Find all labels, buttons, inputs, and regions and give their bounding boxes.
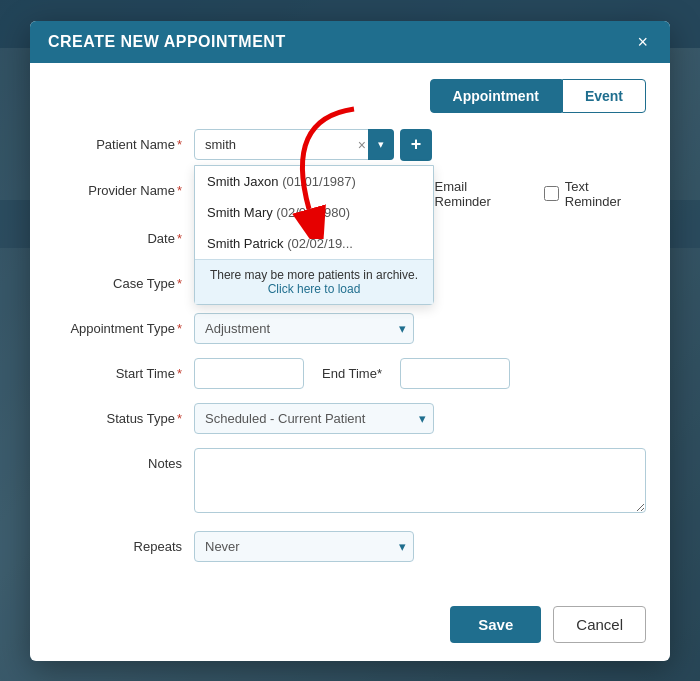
- patient-name-row: Patient Name* × ▾ + Smith Jax: [54, 129, 646, 161]
- modal-overlay: CREATE NEW APPOINTMENT × Appointment Eve…: [0, 0, 700, 681]
- start-time-input[interactable]: 08:30 AM: [194, 358, 304, 389]
- patient-dropdown-button[interactable]: ▾: [368, 129, 394, 160]
- tab-appointment[interactable]: Appointment: [430, 79, 562, 113]
- appointment-type-select-wrap: Adjustment ▾: [194, 313, 414, 344]
- patient-input-group: × ▾ +: [194, 129, 646, 161]
- text-reminder-checkbox[interactable]: [544, 186, 559, 201]
- patient-name-label: Patient Name*: [54, 129, 194, 152]
- status-type-control: Scheduled - Current Patient ▾: [194, 403, 646, 434]
- patient-option-0[interactable]: Smith Jaxon (01/01/1987): [195, 166, 433, 197]
- patient-dob-1: (02/01/1980): [276, 205, 350, 220]
- repeats-select[interactable]: Never: [194, 531, 414, 562]
- close-button[interactable]: ×: [633, 33, 652, 51]
- tab-row: Appointment Event: [54, 79, 646, 113]
- provider-name-label: Provider Name*: [54, 175, 194, 198]
- patient-name-1: Smith Mary: [207, 205, 276, 220]
- case-type-label: Case Type*: [54, 268, 194, 291]
- notes-textarea[interactable]: [194, 448, 646, 513]
- patient-name-2: Smith Patrick: [207, 236, 287, 251]
- text-reminder-label: Text Reminder: [544, 179, 646, 209]
- appointment-type-row: Appointment Type* Adjustment ▾: [54, 313, 646, 344]
- patient-dropdown-list: Smith Jaxon (01/01/1987) Smith Mary (02/…: [194, 165, 434, 305]
- status-type-row: Status Type* Scheduled - Current Patient…: [54, 403, 646, 434]
- patient-option-1[interactable]: Smith Mary (02/01/1980): [195, 197, 433, 228]
- patient-search-container: × ▾: [194, 129, 394, 160]
- modal-title: CREATE NEW APPOINTMENT: [48, 33, 286, 51]
- add-patient-button[interactable]: +: [400, 129, 432, 161]
- dropdown-archive-notice: There may be more patients in archive. C…: [195, 259, 433, 304]
- reminder-options: Email Reminder Text Reminder: [414, 179, 646, 209]
- date-label: Date*: [54, 223, 194, 246]
- modal-body: Appointment Event Patient Name* × ▾ +: [30, 63, 670, 596]
- repeats-label: Repeats: [54, 531, 194, 554]
- time-control: 08:30 AM End Time* 08:45 AM: [194, 358, 646, 389]
- modal-footer: Save Cancel: [30, 596, 670, 661]
- appointment-type-select[interactable]: Adjustment: [194, 313, 414, 344]
- repeats-select-wrap: Never ▾: [194, 531, 414, 562]
- end-time-label: End Time*: [322, 366, 382, 381]
- patient-name-control: × ▾ + Smith Jaxon (01/01/1987) Smith Mar…: [194, 129, 646, 161]
- load-archive-link[interactable]: Click here to load: [268, 282, 361, 296]
- start-time-label: Start Time*: [54, 358, 194, 381]
- save-button[interactable]: Save: [450, 606, 541, 643]
- patient-dob-0: (01/01/1987): [282, 174, 356, 189]
- tab-event[interactable]: Event: [562, 79, 646, 113]
- appointment-type-control: Adjustment ▾: [194, 313, 646, 344]
- status-type-label: Status Type*: [54, 403, 194, 426]
- patient-dob-2: (02/02/19...: [287, 236, 353, 251]
- appointment-type-label: Appointment Type*: [54, 313, 194, 336]
- cancel-button[interactable]: Cancel: [553, 606, 646, 643]
- repeats-control: Never ▾: [194, 531, 646, 562]
- end-time-input[interactable]: 08:45 AM: [400, 358, 510, 389]
- status-type-select-wrap: Scheduled - Current Patient ▾: [194, 403, 434, 434]
- notes-row: Notes: [54, 448, 646, 517]
- patient-name-0: Smith Jaxon: [207, 174, 282, 189]
- notes-control: [194, 448, 646, 517]
- modal-header: CREATE NEW APPOINTMENT ×: [30, 21, 670, 63]
- patient-option-2[interactable]: Smith Patrick (02/02/19...: [195, 228, 433, 259]
- create-appointment-modal: CREATE NEW APPOINTMENT × Appointment Eve…: [30, 21, 670, 661]
- notes-label: Notes: [54, 448, 194, 471]
- status-type-select[interactable]: Scheduled - Current Patient: [194, 403, 434, 434]
- repeats-row: Repeats Never ▾: [54, 531, 646, 562]
- time-row: Start Time* 08:30 AM End Time* 08:45 AM: [54, 358, 646, 389]
- patient-clear-button[interactable]: ×: [358, 137, 366, 153]
